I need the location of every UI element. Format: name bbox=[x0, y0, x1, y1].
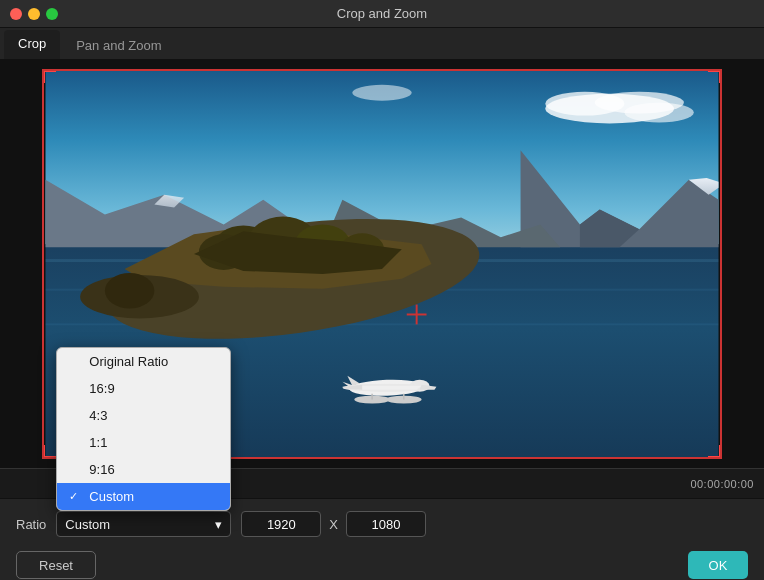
svg-point-17 bbox=[340, 233, 384, 265]
svg-marker-28 bbox=[342, 382, 354, 388]
svg-rect-4 bbox=[45, 323, 718, 325]
dropdown-selected-label: Custom bbox=[65, 517, 110, 532]
titlebar: Crop and Zoom bbox=[0, 0, 764, 28]
svg-marker-10 bbox=[323, 200, 561, 248]
maximize-button[interactable] bbox=[46, 8, 58, 20]
timecode: 00:00:00:00 bbox=[690, 478, 754, 490]
dimensions-row: X bbox=[241, 511, 426, 537]
svg-point-35 bbox=[386, 396, 422, 404]
svg-marker-5 bbox=[521, 150, 719, 247]
reset-button[interactable]: Reset bbox=[16, 551, 96, 579]
svg-point-16 bbox=[199, 234, 248, 270]
svg-point-24 bbox=[624, 103, 693, 123]
window-title: Crop and Zoom bbox=[337, 6, 427, 21]
dropdown-item-9-16[interactable]: 9:16 bbox=[57, 456, 230, 483]
tab-crop[interactable]: Crop bbox=[4, 30, 60, 59]
svg-rect-2 bbox=[45, 259, 718, 262]
svg-point-22 bbox=[545, 92, 624, 116]
ratio-row: Ratio Custom ▾ Original Ratio 16:9 bbox=[16, 511, 748, 537]
svg-marker-9 bbox=[154, 195, 184, 208]
dropdown-item-4-3[interactable]: 4:3 bbox=[57, 402, 230, 429]
ratio-dropdown[interactable]: Custom ▾ bbox=[56, 511, 231, 537]
svg-point-21 bbox=[545, 94, 674, 124]
ratio-label: Ratio bbox=[16, 517, 46, 532]
svg-point-11 bbox=[99, 199, 487, 359]
close-button[interactable] bbox=[10, 8, 22, 20]
svg-point-20 bbox=[105, 273, 154, 309]
main-area: 00:00:00:00 Ratio Custom ▾ Original Rati… bbox=[0, 60, 764, 580]
crop-side-marker-left[interactable] bbox=[42, 257, 44, 271]
svg-point-34 bbox=[354, 396, 390, 404]
crop-corner-tr[interactable] bbox=[708, 69, 722, 83]
check-selected-icon: ✓ bbox=[69, 490, 83, 503]
tab-pan-zoom[interactable]: Pan and Zoom bbox=[62, 32, 175, 59]
ratio-dropdown-wrapper: Custom ▾ Original Ratio 16:9 4:3 bbox=[56, 511, 231, 537]
svg-rect-3 bbox=[45, 289, 718, 291]
ok-button[interactable]: OK bbox=[688, 551, 748, 579]
svg-marker-12 bbox=[125, 227, 432, 288]
svg-point-27 bbox=[410, 380, 430, 392]
svg-rect-0 bbox=[45, 71, 718, 244]
minimize-button[interactable] bbox=[28, 8, 40, 20]
svg-point-15 bbox=[295, 224, 350, 264]
tabbar: Crop Pan and Zoom bbox=[0, 28, 764, 60]
dimension-separator: X bbox=[329, 517, 338, 532]
bottom-controls: Ratio Custom ▾ Original Ratio 16:9 bbox=[0, 498, 764, 580]
crop-corner-tl[interactable] bbox=[42, 69, 56, 83]
crop-corner-br[interactable] bbox=[708, 445, 722, 459]
svg-marker-6 bbox=[580, 210, 639, 248]
dropdown-item-custom[interactable]: ✓ Custom bbox=[57, 483, 230, 510]
svg-marker-29 bbox=[347, 376, 360, 386]
buttons-row: Reset OK bbox=[16, 549, 748, 579]
dropdown-item-1-1[interactable]: 1:1 bbox=[57, 429, 230, 456]
width-input[interactable] bbox=[241, 511, 321, 537]
dropdown-item-original[interactable]: Original Ratio bbox=[57, 348, 230, 375]
svg-marker-18 bbox=[194, 231, 402, 274]
svg-point-13 bbox=[214, 225, 273, 269]
svg-point-30 bbox=[342, 384, 431, 392]
svg-point-25 bbox=[352, 85, 411, 101]
dropdown-item-16-9[interactable]: 16:9 bbox=[57, 375, 230, 402]
svg-marker-7 bbox=[689, 178, 719, 195]
svg-point-14 bbox=[248, 216, 317, 265]
traffic-lights bbox=[10, 8, 58, 20]
height-input[interactable] bbox=[346, 511, 426, 537]
dropdown-chevron-icon: ▾ bbox=[215, 517, 222, 532]
svg-marker-31 bbox=[352, 386, 421, 390]
svg-point-26 bbox=[349, 378, 425, 396]
ratio-dropdown-menu: Original Ratio 16:9 4:3 1:1 bbox=[56, 347, 231, 511]
svg-point-19 bbox=[80, 275, 199, 319]
svg-marker-8 bbox=[45, 180, 322, 247]
svg-marker-33 bbox=[420, 385, 437, 390]
svg-point-23 bbox=[595, 92, 684, 114]
crop-corner-bl[interactable] bbox=[42, 445, 56, 459]
svg-marker-32 bbox=[342, 385, 362, 390]
